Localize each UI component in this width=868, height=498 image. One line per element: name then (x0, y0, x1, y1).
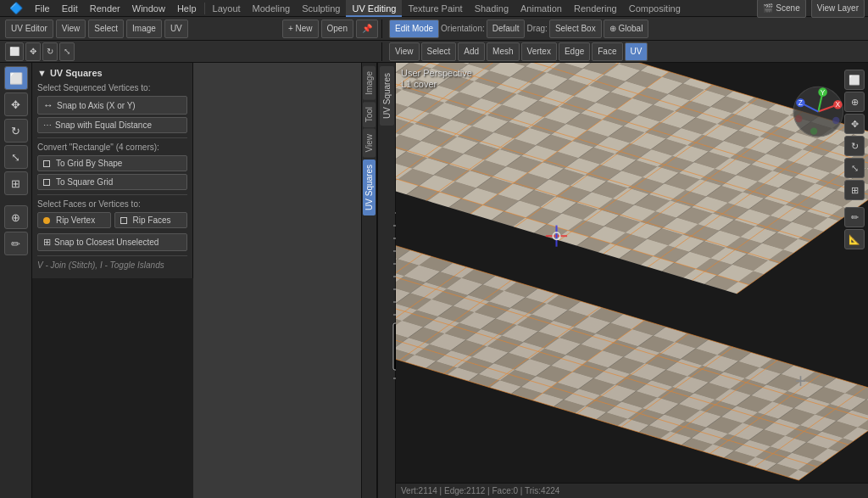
tab-tool[interactable]: Tool (363, 102, 376, 127)
vp-edge-menu[interactable]: Edge (559, 42, 590, 61)
square-icon-2 (43, 179, 50, 186)
menu-render[interactable]: Render (84, 0, 126, 17)
tab-compositing[interactable]: Compositing (623, 0, 687, 17)
tab-uv-editing[interactable]: UV Editing (346, 0, 402, 17)
panel-collapse-arrow[interactable]: ▼ (37, 68, 47, 78)
tab-view[interactable]: View (363, 129, 376, 158)
vp-cursor-tool[interactable]: ⊕ (844, 92, 865, 112)
vp-transform-tool[interactable]: ⊞ (844, 180, 865, 200)
svg-point-107 (795, 115, 802, 122)
new-btn[interactable]: + New (282, 20, 319, 38)
orientation-dropdown[interactable]: Default (487, 20, 526, 38)
uv-squares-tab-vertical[interactable]: UV Squares (380, 66, 394, 126)
uv-uv-menu[interactable]: UV (164, 20, 188, 38)
tab-animation[interactable]: Animation (515, 0, 568, 17)
blender-logo-menu[interactable]: 🔷 (3, 0, 29, 17)
uv-editor-mode[interactable]: UV Editor (5, 20, 53, 38)
vp-add-menu[interactable]: Add (458, 42, 485, 61)
menu-window[interactable]: Window (126, 0, 171, 17)
view-layer-selector[interactable]: View Layer (811, 0, 865, 18)
dot-icon-1 (43, 217, 50, 224)
uv-image-menu[interactable]: Image (126, 20, 162, 38)
select-tool[interactable]: ⬜ (4, 66, 28, 90)
pin-btn[interactable]: 📌 (356, 20, 378, 38)
main-layout: ⬜ ✥ ↻ ⤡ ⊞ ⊕ ✏ ▼ UV Squares Select Sequen… (0, 63, 868, 498)
vp-rotate-tool[interactable]: ↻ (844, 136, 865, 156)
divider-1 (37, 137, 187, 138)
uv-editor-panel: ⬜ ✥ ↻ ⤡ ⊞ ⊕ ✏ ▼ UV Squares Select Sequen… (0, 63, 377, 498)
transform-tool[interactable]: ⊞ (4, 171, 28, 195)
panel-header: ▼ UV Squares (37, 68, 187, 78)
uv-select-tool[interactable]: ⬜ (5, 42, 24, 61)
svg-point-108 (810, 127, 817, 134)
status-text: Vert:2114 | Edge:2112 | Face:0 | Tris:42… (401, 486, 559, 495)
scale-tool[interactable]: ⤡ (4, 145, 28, 169)
tab-modeling[interactable]: Modeling (247, 0, 297, 17)
checkerboard-bg: X Y Z (396, 63, 868, 498)
vp-mesh-menu[interactable]: Mesh (487, 42, 519, 61)
menu-help[interactable]: Help (171, 0, 203, 17)
square-icon-1 (43, 160, 50, 167)
edit-mode-btn[interactable]: Edit Mode (389, 20, 439, 38)
select-sequenced-label: Select Sequenced Vertices to: (37, 83, 187, 92)
menu-file[interactable]: File (29, 0, 56, 17)
rip-buttons-row: Rip Vertex Rip Faces (37, 212, 187, 231)
vp-vertex-menu[interactable]: Vertex (521, 42, 557, 61)
object-name-label: L1 cover (401, 79, 472, 89)
vp-scale-tool[interactable]: ⤡ (844, 158, 865, 178)
perspective-label: User Perspective (401, 68, 472, 78)
tab-sculpting[interactable]: Sculpting (296, 0, 346, 17)
tab-rendering[interactable]: Rendering (568, 0, 623, 17)
uv-scale-tool[interactable]: ⤡ (59, 42, 75, 61)
tab-shading[interactable]: Shading (469, 0, 515, 17)
uv-grab-tool[interactable]: ✥ (25, 42, 41, 61)
uv-canvas-area[interactable] (193, 63, 361, 498)
drag-dropdown[interactable]: Select Box (549, 20, 602, 38)
rotate-tool[interactable]: ↻ (4, 119, 28, 143)
snap-icon: ⊞ (43, 237, 51, 248)
snap-axis-btn[interactable]: ↔ Snap to Axis (X or Y) (37, 96, 187, 115)
vp-move-tool[interactable]: ✥ (844, 114, 865, 134)
move-tool[interactable]: ✥ (4, 92, 28, 116)
rip-faces-btn[interactable]: Rip Faces (114, 212, 188, 228)
uv-rotate-tool[interactable]: ↻ (42, 42, 58, 61)
3d-viewport[interactable]: X Y Z (396, 63, 868, 498)
square-icon-3 (120, 217, 127, 224)
panel-title: UV Squares (50, 68, 103, 78)
tab-texture-paint[interactable]: Texture Paint (402, 0, 468, 17)
vp-select-menu[interactable]: Select (421, 42, 457, 61)
status-bar: Vert:2114 | Edge:2112 | Face:0 | Tris:42… (396, 483, 868, 498)
top-menubar: 🔷 File Edit Render Window Help Layout Mo… (0, 0, 868, 17)
tab-layout[interactable]: Layout (207, 0, 247, 17)
tab-uv-squares[interactable]: UV Squares (363, 159, 376, 215)
vp-uv-menu[interactable]: UV (625, 42, 648, 61)
open-btn[interactable]: Open (321, 20, 353, 38)
rip-vertex-btn[interactable]: Rip Vertex (37, 212, 111, 228)
viewport-right-toolbar: ⬜ ⊕ ✥ ↻ ⤡ ⊞ ✏ 📐 (844, 70, 865, 249)
vp-face-menu[interactable]: Face (592, 42, 622, 61)
top-right-controls: 🎬 Scene View Layer (757, 0, 865, 18)
snap-closest-btn[interactable]: ⊞ Snap to Closest Unselected (37, 233, 187, 251)
vp-select-tool[interactable]: ⬜ (844, 70, 865, 90)
cursor-tool[interactable]: ⊕ (4, 205, 28, 229)
tab-image[interactable]: Image (363, 66, 376, 100)
uv-select-menu[interactable]: Select (88, 20, 124, 38)
menu-edit[interactable]: Edit (56, 0, 84, 17)
scene-selector[interactable]: 🎬 Scene (757, 0, 805, 18)
uv-view-menu[interactable]: View (56, 20, 86, 38)
vp-measure-tool[interactable]: 📐 (844, 229, 865, 249)
viewport-canvas[interactable]: X Y Z (396, 63, 868, 498)
uv-squares-panel: ▼ UV Squares Select Sequenced Vertices t… (32, 63, 193, 278)
snap-equal-btn[interactable]: ⋯ Snap with Equal Distance (37, 117, 187, 133)
svg-point-109 (832, 117, 839, 124)
to-square-grid-btn[interactable]: To Square Grid (37, 174, 187, 190)
spacer (844, 202, 865, 205)
vp-annotate-tool[interactable]: ✏ (844, 207, 865, 227)
uv-left-toolbar: ⬜ ✥ ↻ ⤡ ⊞ ⊕ ✏ (0, 63, 32, 498)
annotate-tool[interactable]: ✏ (4, 232, 28, 255)
global-dropdown[interactable]: ⊕ Global (604, 20, 649, 38)
dots-icon: ⋯ (43, 120, 52, 130)
to-grid-shape-btn[interactable]: To Grid By Shape (37, 155, 187, 171)
svg-text:X: X (836, 100, 841, 109)
vp-view-menu[interactable]: View (389, 42, 420, 61)
